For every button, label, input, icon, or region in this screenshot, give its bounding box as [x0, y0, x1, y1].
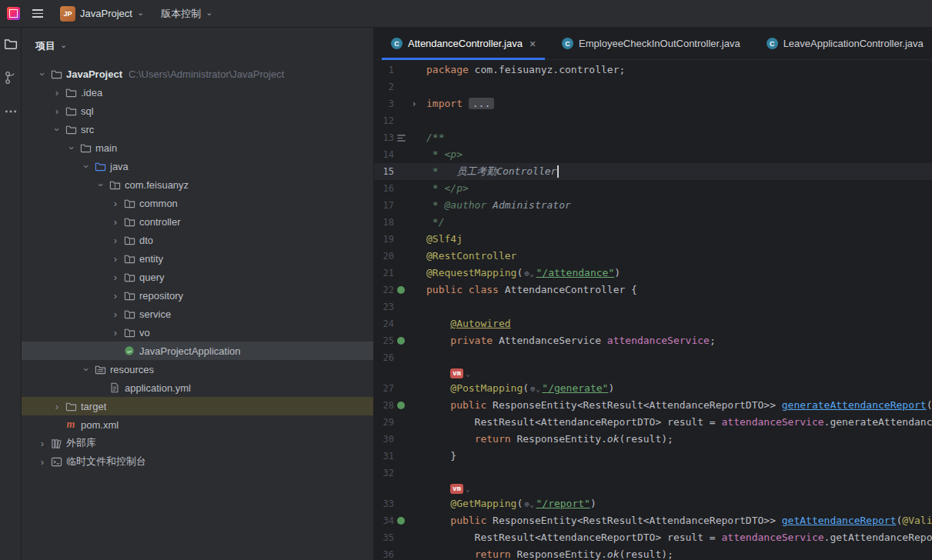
- project-folder-icon[interactable]: [2, 35, 19, 52]
- fold-slot: [408, 231, 420, 248]
- code-line-31[interactable]: 31 }: [374, 448, 932, 465]
- inlay-line[interactable]: vm⌄: [374, 366, 932, 380]
- tree-item-com.feisuanyz[interactable]: ›com.feisuanyz: [22, 175, 373, 194]
- tree-item-java[interactable]: ›java: [22, 157, 373, 175]
- tree-item-外部库[interactable]: ›外部库: [22, 434, 373, 452]
- code-line-13[interactable]: 13/**: [374, 129, 932, 146]
- code-line-2[interactable]: 2: [374, 78, 932, 95]
- chevron-right-icon[interactable]: ›: [50, 87, 64, 98]
- code-line-23[interactable]: 23: [374, 298, 932, 315]
- token: ;: [710, 335, 716, 346]
- tree-item-pom.xml[interactable]: mpom.xml: [22, 415, 373, 434]
- chevron-right-icon[interactable]: ›: [50, 401, 64, 412]
- code-line-20[interactable]: 20@RestController: [374, 248, 932, 265]
- vm-inlay-badge[interactable]: vm: [450, 484, 463, 494]
- spring-gutter-icon[interactable]: [394, 282, 408, 298]
- code-line-19[interactable]: 19@Slf4j: [374, 231, 932, 248]
- tree-item-resources[interactable]: ›resources: [22, 360, 373, 378]
- tree-item-entity[interactable]: ›entity: [22, 249, 373, 268]
- chevron-down-icon[interactable]: ›: [37, 67, 48, 81]
- code-line-22[interactable]: 22public class AttendanceController {: [374, 282, 932, 298]
- chevron-down-icon[interactable]: ⌄: [466, 485, 470, 493]
- tab-EmployeeCheckInOutController.java[interactable]: CEmployeeCheckInOutController.java: [553, 28, 750, 59]
- endpoint-gutter-icon[interactable]: [394, 512, 408, 529]
- package-icon: [122, 308, 136, 320]
- code-line-21[interactable]: 21@RequestMapping(⊕⌄"/attendance"): [374, 265, 932, 282]
- code-line-17[interactable]: 17 * @author Administrator: [374, 197, 932, 214]
- tree-item-sql[interactable]: ›sql: [22, 102, 373, 120]
- chevron-right-icon[interactable]: ›: [50, 105, 64, 117]
- code-line-18[interactable]: 18 */: [374, 214, 932, 231]
- main-menu-button[interactable]: [28, 4, 48, 24]
- tree-item-src[interactable]: ›src: [22, 120, 373, 138]
- tree-item-vo[interactable]: ›vo: [22, 323, 373, 342]
- chevron-down-icon[interactable]: ›: [81, 159, 92, 173]
- code-line-34[interactable]: 34 public ResponseEntity<RestResult<Atte…: [374, 512, 932, 529]
- chevron-right-icon[interactable]: ›: [109, 198, 122, 209]
- tree-item-dto[interactable]: ›dto: [22, 231, 373, 249]
- code-line-33[interactable]: 33 @GetMapping(⊕⌄"/report"): [374, 495, 932, 512]
- code-line-26[interactable]: 26: [374, 349, 932, 366]
- code-line-29[interactable]: 29 RestResult<AttendanceReportDTO> resul…: [374, 414, 932, 431]
- code-line-36[interactable]: 36 return ResponseEntity.ok(result);: [374, 546, 932, 560]
- tree-item-query[interactable]: ›query: [22, 268, 373, 286]
- chevron-right-icon[interactable]: ›: [109, 327, 122, 338]
- chevron-right-icon[interactable]: ›: [109, 290, 122, 302]
- chevron-down-icon[interactable]: ⌄: [466, 369, 470, 378]
- vcs-widget[interactable]: 版本控制 ⌄: [156, 5, 217, 23]
- tree-item-common[interactable]: ›common: [22, 194, 373, 212]
- tree-item-main[interactable]: ›main: [22, 138, 373, 157]
- code-line-30[interactable]: 30 return ResponseEntity.ok(result);: [374, 431, 932, 448]
- tree-item-repository[interactable]: ›repository: [22, 286, 373, 305]
- doc-toggle-gutter-icon[interactable]: [394, 129, 408, 146]
- more-tools-icon[interactable]: [2, 103, 19, 120]
- code-line-12[interactable]: 12: [374, 112, 932, 129]
- inlay-line[interactable]: vm⌄: [374, 482, 932, 495]
- code-line-16[interactable]: 16 * </p>: [374, 180, 932, 197]
- code-line-15[interactable]: 15 * 员工考勤Controller: [374, 163, 932, 180]
- chevron-right-icon[interactable]: ›: [109, 272, 122, 283]
- chevron-right-icon[interactable]: ›: [109, 235, 122, 246]
- project-selector[interactable]: JP JavaProject ⌄: [55, 4, 149, 24]
- chevron-down-icon[interactable]: ›: [66, 141, 78, 155]
- tree-item-.idea[interactable]: ›.idea: [22, 83, 373, 102]
- code-line-28[interactable]: 28 public ResponseEntity<RestResult<Atte…: [374, 397, 932, 414]
- tab-LeaveApplicationController.java[interactable]: CLeaveApplicationController.java: [757, 28, 932, 59]
- chevron-right-icon[interactable]: ›: [109, 308, 122, 320]
- chevron-down-icon[interactable]: ›: [95, 178, 107, 192]
- code-line-14[interactable]: 14 * <p>: [374, 146, 932, 163]
- gutter-icon-slot: [394, 414, 408, 431]
- chevron-right-icon[interactable]: ›: [35, 456, 49, 468]
- tree-item-label: repository: [139, 290, 183, 302]
- close-icon[interactable]: ×: [529, 38, 536, 50]
- chevron-right-icon[interactable]: ›: [109, 216, 122, 228]
- tree-item-JavaProject[interactable]: ›JavaProjectC:\Users\Administrator\JavaP…: [22, 65, 373, 83]
- structure-icon[interactable]: [2, 69, 19, 86]
- tree-item-JavaProjectApplication[interactable]: JavaProjectApplication: [22, 342, 373, 360]
- tree-item-application.yml[interactable]: application.yml: [22, 378, 373, 397]
- fold-chevron-icon[interactable]: ›: [408, 95, 420, 112]
- code-line-25[interactable]: 25 private AttendanceService attendanceS…: [374, 332, 932, 349]
- chevron-down-icon[interactable]: ›: [52, 122, 63, 136]
- code-line-27[interactable]: 27 @PostMapping(⊕⌄"/generate"): [374, 380, 932, 397]
- vcs-label: 版本控制: [161, 7, 201, 21]
- bean-gutter-icon[interactable]: [394, 332, 408, 349]
- tree-item-临时文件和控制台[interactable]: ›临时文件和控制台: [22, 452, 373, 471]
- code-line-1[interactable]: 1package com.feisuanyz.controller;: [374, 62, 932, 78]
- vm-inlay-badge[interactable]: vm: [450, 368, 463, 378]
- ide-logo-icon[interactable]: [7, 7, 20, 20]
- chevron-down-icon[interactable]: ›: [81, 362, 92, 376]
- tree-item-service[interactable]: ›service: [22, 305, 373, 323]
- tree-item-controller[interactable]: ›controller: [22, 212, 373, 231]
- code-line-35[interactable]: 35 RestResult<AttendanceReportDTO> resul…: [374, 529, 932, 546]
- tab-AttendanceController.java[interactable]: CAttendanceController.java×: [382, 28, 545, 59]
- chevron-right-icon[interactable]: ›: [35, 438, 49, 449]
- project-panel-header[interactable]: 项目 ⌄: [22, 28, 373, 65]
- code-area[interactable]: 1package com.feisuanyz.controller;23›imp…: [374, 60, 932, 560]
- endpoint-gutter-icon[interactable]: [394, 397, 408, 414]
- code-line-24[interactable]: 24 @Autowired: [374, 315, 932, 332]
- tree-item-target[interactable]: ›target: [22, 397, 373, 415]
- code-line-3[interactable]: 3›import ...: [374, 95, 932, 112]
- chevron-right-icon[interactable]: ›: [109, 253, 122, 265]
- code-line-32[interactable]: 32: [374, 465, 932, 482]
